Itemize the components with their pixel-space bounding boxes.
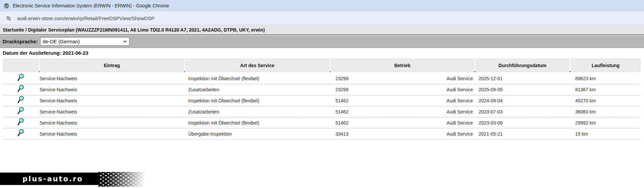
betrieb-number: 51462 (335, 95, 348, 106)
site-settings-tune-icon[interactable] (4, 14, 13, 23)
betrieb-name: Audi Service (446, 84, 473, 95)
betrieb-number: 23299 (335, 84, 348, 95)
column-header-service: Art des Service (185, 58, 330, 72)
table-row: Service-Nachweis Zusatzarbeiten 23299 Au… (3, 84, 641, 95)
url-text[interactable]: audi.erwin-store.com/erwin/rp/Retail/Fre… (17, 15, 155, 21)
entry-cell: Service-Nachweis (40, 117, 180, 129)
mileage-cell: 89623 km (575, 73, 641, 84)
table-row: Service-Nachweis Inspektion mit Ölwechse… (3, 73, 641, 84)
column-header-betrieb: Betrieb (330, 58, 474, 72)
table-row: Service-Nachweis Zusatzarbeiten 51462 Au… (3, 106, 641, 117)
table-body: Service-Nachweis Inspektion mit Ölwechse… (3, 73, 641, 140)
breadcrumb: Startseite / Digitaler Serviceplan (WAUZ… (3, 27, 265, 33)
magnifier-icon[interactable] (17, 129, 31, 140)
globe-icon (4, 3, 9, 9)
betrieb-name: Audi Service (446, 129, 473, 140)
magnifier-icon[interactable] (17, 106, 31, 117)
date-cell: 2023-03-06 (479, 117, 569, 129)
date-cell: 2025-09-05 (479, 84, 569, 95)
service-type-cell: Inspektion mit Ölwechsel (flexibel) (188, 73, 329, 84)
entry-cell: Service-Nachweis (40, 95, 180, 106)
mileage-cell: 15 km (575, 129, 641, 140)
service-type-cell: Übergabe-Inspektion (188, 129, 329, 140)
betrieb-number: 51462 (335, 106, 348, 117)
betrieb-cell: 51462 Audi Service (330, 106, 474, 117)
address-bar[interactable]: audi.erwin-store.com/erwin/rp/Retail/Fre… (0, 11, 644, 25)
betrieb-cell: 23299 Audi Service (330, 84, 474, 95)
date-cell: 2023-07-03 (479, 106, 569, 117)
entry-cell: Service-Nachweis (40, 129, 180, 140)
table-row: Service-Nachweis Inspektion mit Ölwechse… (3, 95, 641, 106)
betrieb-cell: 51462 Audi Service (330, 117, 474, 129)
betrieb-cell: 51462 Audi Service (330, 95, 474, 106)
service-table-header: Eintrag Art des Service Betrieb Durchfüh… (3, 58, 641, 72)
mileage-cell: 36060 km (575, 106, 641, 117)
betrieb-name: Audi Service (446, 117, 473, 129)
betrieb-cell: 23299 Audi Service (330, 73, 474, 84)
column-header-eintrag: Eintrag (40, 58, 184, 72)
entry-cell: Service-Nachweis (40, 84, 180, 95)
print-language-select[interactable]: de-DE (German) (40, 37, 129, 46)
entry-cell: Service-Nachweis (40, 73, 180, 84)
watermark-text: plus-auto.ro (22, 175, 83, 183)
date-cell: 2024-09-04 (479, 95, 569, 106)
betrieb-name: Audi Service (446, 95, 473, 106)
table-row: Service-Nachweis Übergabe-Inspektion 334… (3, 129, 641, 140)
breadcrumb-bar: Startseite / Digitaler Serviceplan (WAUZ… (0, 25, 644, 35)
service-type-cell: Zusatzarbeiten (188, 84, 329, 95)
print-language-toolbar: Drucksprache: de-DE (German) (0, 35, 644, 48)
mileage-cell: 81367 km (575, 84, 641, 95)
table-row: Service-Nachweis Inspektion mit Ölwechse… (3, 117, 641, 129)
window-titlebar: Electronic Service Information System (E… (0, 0, 644, 11)
watermark-banner: plus-auto.ro (0, 173, 99, 185)
mileage-cell: 45270 km (575, 95, 641, 106)
service-type-cell: Inspektion mit Ölwechsel (flexibel) (188, 117, 329, 129)
entry-cell: Service-Nachweis (40, 106, 180, 117)
date-cell: 2021-05-21 (479, 129, 569, 140)
magnifier-icon[interactable] (17, 84, 31, 95)
betrieb-cell: 33413 Audi Service (330, 129, 474, 140)
mileage-cell: 29992 km (575, 117, 641, 129)
magnifier-icon[interactable] (17, 73, 31, 84)
betrieb-number: 33413 (335, 129, 348, 140)
chevron-down-icon (123, 40, 127, 43)
column-header-datum: Durchführungsdatum (475, 58, 570, 72)
delivery-date-text: Datum der Auslieferung: 2021-06-23 (3, 50, 88, 56)
betrieb-number: 51462 (335, 117, 348, 129)
date-cell: 2025-12-01 (479, 73, 569, 84)
print-language-selected-value: de-DE (German) (43, 39, 80, 44)
magnifier-icon[interactable] (17, 95, 31, 106)
service-type-cell: Inspektion mit Ölwechsel (flexibel) (188, 95, 329, 106)
magnifier-icon[interactable] (17, 117, 31, 129)
column-header-icon (3, 58, 39, 72)
print-language-label: Drucksprache: (3, 39, 38, 44)
betrieb-name: Audi Service (446, 73, 473, 84)
service-type-cell: Zusatzarbeiten (188, 106, 329, 117)
column-header-laufleistung: Laufleistung (571, 58, 641, 72)
window-title: Electronic Service Information System (E… (13, 3, 169, 8)
betrieb-number: 23299 (335, 73, 348, 84)
betrieb-name: Audi Service (446, 106, 473, 117)
halftone-pattern (98, 172, 148, 187)
